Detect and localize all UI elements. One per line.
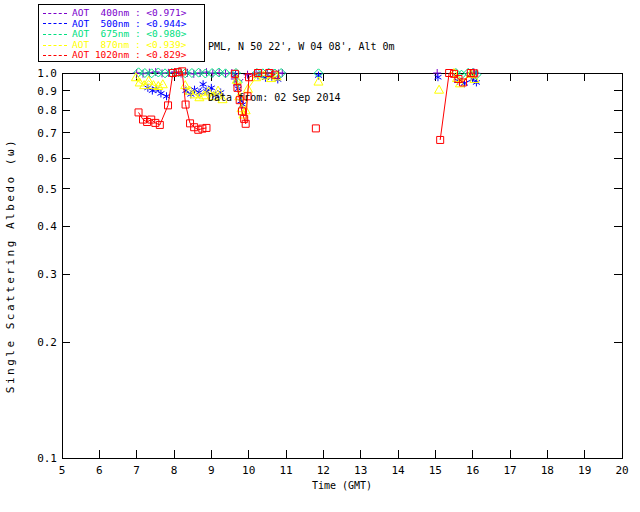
svg-text:6: 6: [96, 464, 103, 477]
svg-text:0.8: 0.8: [37, 104, 57, 117]
legend-label: AOT 1020nm : <0.829>: [72, 50, 186, 61]
svg-text:0.5: 0.5: [37, 183, 57, 196]
legend: AOT 400nm : <0.971>AOT 500nm : <0.944>AO…: [38, 4, 205, 62]
svg-text:1.0: 1.0: [37, 67, 57, 80]
svg-text:0.2: 0.2: [37, 336, 57, 349]
x-axis-label: Time (GMT): [312, 480, 372, 491]
svg-text:0.6: 0.6: [37, 152, 57, 165]
legend-line-sample: [43, 34, 67, 35]
legend-label: AOT 400nm : <0.971>: [72, 8, 186, 19]
svg-text:20: 20: [615, 464, 628, 477]
svg-text:17: 17: [503, 464, 516, 477]
y-axis-label: Single Scattering Albedo (ω): [4, 138, 17, 393]
plot-canvas: 5678910111213141516171819201.00.90.80.70…: [0, 0, 640, 512]
svg-text:0.1: 0.1: [37, 452, 57, 465]
legend-item-aot-400nm: AOT 400nm : <0.971>: [43, 8, 201, 19]
svg-text:19: 19: [578, 464, 591, 477]
svg-text:13: 13: [354, 464, 367, 477]
svg-text:16: 16: [466, 464, 479, 477]
svg-text:0.4: 0.4: [37, 220, 57, 233]
svg-text:8: 8: [171, 464, 178, 477]
svg-text:9: 9: [208, 464, 215, 477]
svg-text:0.3: 0.3: [37, 268, 57, 281]
svg-text:18: 18: [541, 464, 554, 477]
svg-text:10: 10: [242, 464, 255, 477]
legend-item-aot-1020nm: AOT 1020nm : <0.829>: [43, 50, 201, 61]
plot-title: PML, N 50 22', W 04 08', Alt 0m: [208, 38, 395, 55]
legend-line-sample: [43, 23, 67, 24]
svg-text:11: 11: [279, 464, 292, 477]
legend-line-sample: [43, 45, 67, 46]
svg-text:12: 12: [317, 464, 330, 477]
legend-line-sample: [43, 55, 67, 56]
svg-text:7: 7: [133, 464, 140, 477]
plot-subtitle: Data from: 02 Sep 2014: [208, 89, 395, 106]
svg-text:15: 15: [429, 464, 442, 477]
legend-line-sample: [43, 13, 67, 14]
svg-text:0.9: 0.9: [37, 85, 57, 98]
svg-text:14: 14: [391, 464, 405, 477]
svg-text:0.7: 0.7: [37, 127, 57, 140]
svg-text:5: 5: [59, 464, 66, 477]
title-block: PML, N 50 22', W 04 08', Alt 0m Data fro…: [208, 4, 395, 140]
